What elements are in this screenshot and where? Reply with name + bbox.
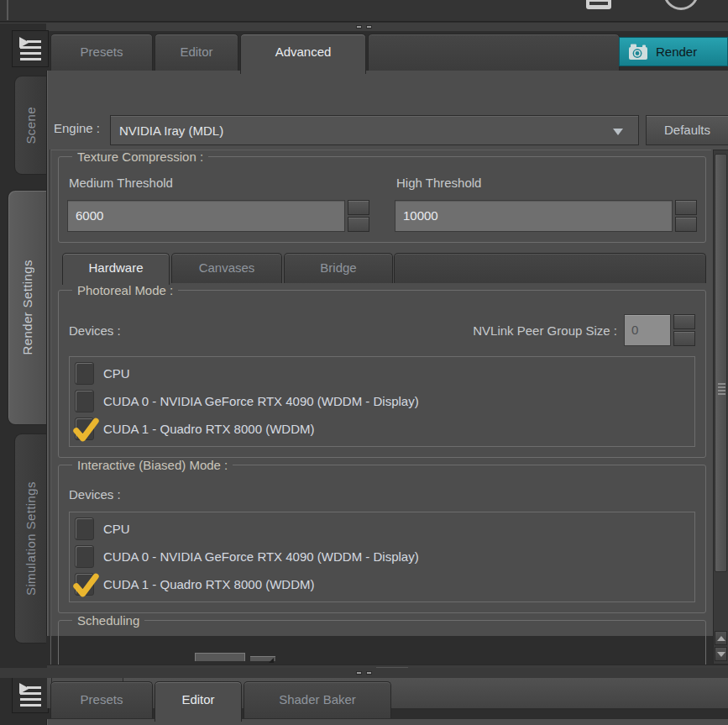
device-row-cpu[interactable]: CPU [70,515,694,543]
hardware-subtabs: Hardware Canvases Bridge [58,253,706,283]
sidebar-tab-render-settings-label: Render Settings [20,260,34,355]
engine-label: Engine : [54,121,100,135]
checkbox[interactable] [75,418,94,440]
sidebar-tab-render-settings[interactable]: Render Settings [8,190,46,425]
device-label: CPU [103,522,130,536]
subtab-hardware[interactable]: Hardware [62,253,170,285]
tab-advanced-label: Advanced [275,45,332,59]
texture-compression-group: Texture Compression : Medium Threshold 6… [58,150,706,243]
sidebar-tab-scene-label: Scene [24,107,38,144]
scheduling-partial-widgets [67,636,697,661]
bottom-editor-pane: Presets Editor Shader Baker [46,678,728,725]
high-threshold-spinner [675,200,697,232]
checkbox[interactable] [75,517,94,540]
settings-scroll-area: Texture Compression : Medium Threshold 6… [50,150,711,665]
photoreal-mode-group: Photoreal Mode : Devices : NVLink Peer G… [58,283,706,458]
scroll-up-button[interactable] [715,631,727,645]
spinner-down-button[interactable] [348,217,369,232]
sidebar-tab-simulation-settings[interactable]: Simulation Settings [14,433,46,644]
subtab-hardware-label: Hardware [88,260,143,275]
engine-dropdown-value: NVIDIA Iray (MDL) [119,123,223,138]
toolbar-window-icon-partial[interactable] [586,0,611,9]
subtab-canvases-label: Canvases [199,260,255,275]
render-button[interactable]: Render [619,37,728,66]
bottom-tab-presets-label: Presets [81,692,123,707]
checkbox[interactable] [75,573,94,596]
render-button-label: Render [656,45,697,59]
camera-icon [628,43,648,60]
nvlink-label: NVLink Peer Group Size : [473,323,617,338]
interactive-mode-title: Interactive (Biased) Mode : [72,458,233,472]
nvlink-peer-group: NVLink Peer Group Size : 0 [473,314,695,346]
engine-dropdown[interactable]: NVIDIA Iray (MDL) [110,115,639,145]
subtab-bridge-label: Bridge [320,260,356,275]
panel-edge-divider [7,0,8,20]
vertical-scrollbar[interactable] [713,150,728,665]
tab-presets[interactable]: Presets [50,34,153,71]
photoreal-device-list: CPU CUDA 0 - NVIDIA GeForce RTX 4090 (WD… [69,356,695,447]
toolbar-circle-icon-partial[interactable] [663,0,699,10]
interactive-mode-group: Interactive (Biased) Mode : Devices : CP… [58,458,706,613]
checkbox[interactable] [75,362,94,385]
tab-advanced[interactable]: Advanced [240,34,366,74]
tab-presets-label: Presets [81,45,123,59]
checkbox[interactable] [75,545,94,568]
medium-threshold-spinner [348,200,369,232]
device-label: CUDA 0 - NVIDIA GeForce RTX 4090 (WDDM -… [103,549,419,564]
spinner-up-button[interactable] [673,314,695,329]
subtab-bridge[interactable]: Bridge [284,253,393,283]
scrollbar-thumb[interactable] [715,154,727,572]
device-label: CUDA 0 - NVIDIA GeForce RTX 4090 (WDDM -… [103,394,419,408]
scrollbar-grip-icon [718,383,725,397]
bottom-panel-menu-button[interactable] [12,676,49,713]
tab-editor-label: Editor [180,45,212,59]
top-toolbar-strip [0,0,728,22]
device-row-cpu[interactable]: CPU [70,360,694,387]
subtabs-filler [394,253,706,283]
bottom-tab-shader-baker[interactable]: Shader Baker [244,681,391,718]
scroll-down-button[interactable] [715,647,727,661]
panel-menu-icon [17,681,44,708]
subtab-canvases[interactable]: Canvases [171,253,282,283]
sidebar-tab-simulation-settings-label: Simulation Settings [24,481,38,596]
engine-row: Engine : NVIDIA Iray (MDL) Defaults [47,111,728,150]
device-row-cuda0[interactable]: CUDA 0 - NVIDIA GeForce RTX 4090 (WDDM -… [70,387,694,415]
scheduling-partial-dropdown[interactable] [250,656,275,661]
checkbox[interactable] [75,390,94,412]
tab-editor[interactable]: Editor [155,34,238,71]
dock-splitter-bottom[interactable] [0,668,728,678]
device-label: CPU [103,366,130,381]
interactive-devices-label: Devices : [69,487,695,502]
device-row-cuda1[interactable]: CUDA 1 - Quadro RTX 8000 (WDDM) [70,570,694,598]
panel-menu-button[interactable] [12,30,49,67]
photoreal-mode-title: Photoreal Mode : [72,283,178,297]
device-row-cuda0[interactable]: CUDA 0 - NVIDIA GeForce RTX 4090 (WDDM -… [70,543,694,570]
texture-compression-title: Texture Compression : [72,150,208,164]
render-pane-body: Engine : NVIDIA Iray (MDL) Defaults Text… [46,71,728,636]
spinner-up-button[interactable] [675,200,697,215]
scheduling-title: Scheduling [72,613,144,628]
interactive-device-list: CPU CUDA 0 - NVIDIA GeForce RTX 4090 (WD… [69,512,695,602]
spinner-up-button[interactable] [348,200,369,215]
render-settings-pane: Presets Editor Advanced Render Engine : … [46,30,728,636]
nvlink-input[interactable]: 0 [624,314,671,346]
bottom-pane-content-edge [46,719,728,725]
high-threshold-label: High Threshold [396,176,697,190]
scheduling-group: Scheduling [58,613,706,665]
bottom-tab-editor[interactable]: Editor [155,681,242,722]
defaults-button-label: Defaults [664,123,710,137]
defaults-button[interactable]: Defaults [646,115,728,145]
spinner-down-button[interactable] [673,331,695,346]
device-row-cuda1[interactable]: CUDA 1 - Quadro RTX 8000 (WDDM) [70,415,694,443]
device-label: CUDA 1 - Quadro RTX 8000 (WDDM) [103,577,314,591]
device-label: CUDA 1 - Quadro RTX 8000 (WDDM) [103,422,314,436]
medium-threshold-input[interactable]: 6000 [67,200,345,232]
scheduling-partial-field[interactable] [195,653,245,661]
spinner-down-button[interactable] [675,217,697,232]
panel-menu-icon [17,35,44,62]
dropdown-arrow-icon [613,129,623,135]
bottom-tab-presets[interactable]: Presets [50,681,153,718]
sidebar-tab-scene[interactable]: Scene [14,76,46,175]
side-tab-rail: Scene Render Settings Simulation Setting… [0,24,46,668]
high-threshold-input[interactable]: 10000 [395,200,673,232]
